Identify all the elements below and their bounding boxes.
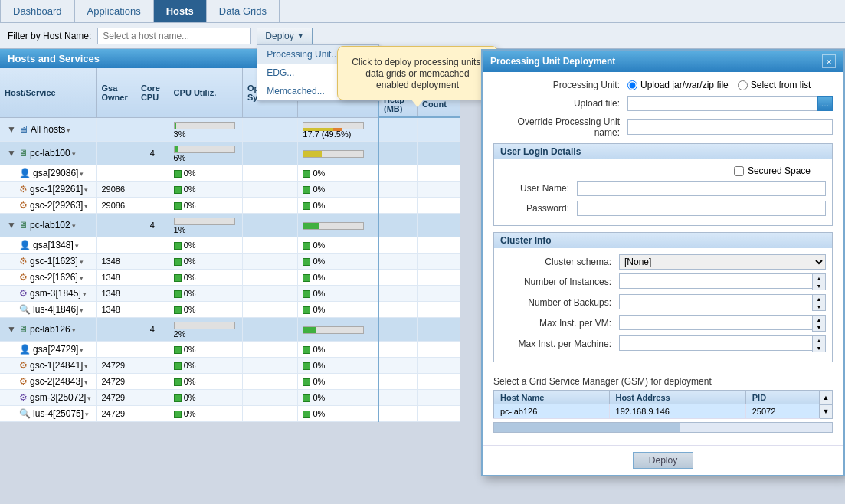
deploy-button-wrapper: Deploy ▼ Processing Unit... EDG... Memca…	[257, 28, 312, 44]
secured-space-row: Secured Space	[500, 165, 826, 176]
password-row: Password:	[500, 201, 826, 216]
hosts-panel: Hosts and Services Host/Service Gsa Owne…	[0, 49, 460, 504]
num-backups-up[interactable]: ▲	[813, 295, 825, 303]
col-host-service: Host/Service	[0, 68, 97, 117]
table-row[interactable]: 🔍lus-4[25075]▾ 24729 0% 0%	[0, 405, 460, 421]
nav-dashboard[interactable]: Dashboard	[0, 0, 75, 22]
nav-datagrids[interactable]: Data Grids	[207, 0, 280, 22]
max-inst-machine-up[interactable]: ▲	[813, 336, 825, 344]
table-row[interactable]: ⚙gsc-1[29261]▾ 29086 0% 0%	[0, 181, 460, 197]
gsm-table-row[interactable]: pc-lab126 192.168.9.146 25072	[494, 404, 820, 419]
dialog-title-text: Processing Unit Deployment	[490, 56, 615, 67]
col-core-cpu: Core CPU	[136, 68, 169, 117]
table-row[interactable]: 👤gsa[1348]▾ 0% 0%	[0, 237, 460, 253]
cluster-schema-row: Cluster schema: [None]	[500, 254, 826, 270]
deploy-button[interactable]: Deploy ▼	[257, 28, 312, 44]
table-row[interactable]: ▼🖥pc-lab100▾ 4 6%	[0, 141, 460, 165]
table-row[interactable]: ⚙gsm-3[25072]▾ 24729 0% 0%	[0, 389, 460, 405]
cluster-info-title: Cluster Info	[494, 233, 832, 248]
deploy-tooltip: Click to deploy processing units, data g…	[337, 46, 498, 100]
dialog-footer: Deploy	[483, 445, 843, 475]
gsm-table: Host Name Host Address PID pc-lab126 192…	[493, 390, 820, 419]
radio-select-text: Select from list	[751, 80, 811, 90]
host-filter-input[interactable]	[97, 28, 251, 44]
upload-file-label: Upload file:	[493, 98, 627, 109]
username-label: User Name:	[500, 183, 577, 194]
pu-dialog: Processing Unit Deployment × Processing …	[481, 49, 845, 476]
top-nav: Dashboard Applications Hosts Data Grids	[0, 0, 845, 23]
max-inst-machine-row: Max Inst. per Machine: ▲ ▼	[500, 335, 826, 352]
password-input[interactable]	[577, 201, 826, 216]
override-pu-row: Override Processing Unit name:	[493, 116, 833, 138]
password-label: Password:	[500, 203, 577, 214]
table-row[interactable]: 🔍lus-4[1846]▾ 1348 0% 0%	[0, 301, 460, 317]
table-row[interactable]: ⚙gsc-2[29263]▾ 29086 0% 0%	[0, 197, 460, 213]
override-pu-label: Override Processing Unit name:	[493, 116, 627, 138]
pu-radio-group: Upload jar/war/zip file Select from list	[627, 80, 833, 90]
secured-space-checkbox[interactable]	[734, 166, 744, 176]
upload-file-browse-btn[interactable]: …	[817, 96, 833, 111]
num-instances-row: Number of Instances: ▲ ▼	[500, 273, 826, 290]
table-row[interactable]: ▼🖥pc-lab126▾ 4 2%	[0, 317, 460, 341]
num-instances-input[interactable]	[619, 273, 812, 289]
cluster-info-section: Cluster Info Cluster schema: [None] Numb	[493, 232, 833, 362]
upload-file-input[interactable]	[627, 96, 817, 111]
radio-select-label[interactable]: Select from list	[738, 80, 811, 90]
pu-label: Processing Unit:	[493, 80, 627, 90]
cluster-schema-label: Cluster schema:	[500, 257, 619, 267]
dialog-title-bar: Processing Unit Deployment ×	[483, 51, 843, 72]
gsm-col-pid: PID	[745, 391, 819, 405]
cluster-schema-select[interactable]: [None]	[619, 254, 826, 270]
max-inst-machine-label: Max Inst. per Machine:	[500, 339, 619, 349]
filter-bar: Filter by Host Name: Deploy ▼ Processing…	[0, 23, 845, 49]
nav-applications[interactable]: Applications	[75, 0, 154, 22]
table-row[interactable]: ⚙gsc-1[24841]▾ 24729 0% 0%	[0, 357, 460, 373]
dialog-body: Processing Unit: Upload jar/war/zip file…	[483, 72, 843, 376]
pu-row: Processing Unit: Upload jar/war/zip file…	[493, 80, 833, 90]
gsm-col-hostname: Host Name	[494, 391, 610, 405]
col-cpu-util: CPU Utiliz.	[169, 68, 242, 117]
deploy-button-label: Deploy	[265, 31, 293, 41]
gsm-scroll-up[interactable]: ▲	[820, 391, 832, 405]
max-inst-vm-label: Max Inst. per VM:	[500, 318, 619, 329]
deploy-dropdown-arrow: ▼	[297, 32, 304, 40]
radio-select[interactable]	[738, 80, 748, 90]
dialog-deploy-button[interactable]: Deploy	[633, 452, 693, 469]
nav-hosts[interactable]: Hosts	[154, 0, 207, 22]
num-backups-row: Number of Backups: ▲ ▼	[500, 294, 826, 311]
num-instances-label: Number of Instances:	[500, 277, 619, 287]
gsm-scrollbar-thumb	[494, 423, 680, 432]
gsm-hostaddr: 192.168.9.146	[609, 404, 745, 419]
username-input[interactable]	[577, 181, 826, 196]
max-inst-vm-up[interactable]: ▲	[813, 316, 825, 323]
num-instances-up[interactable]: ▲	[813, 274, 825, 282]
max-inst-vm-down[interactable]: ▼	[813, 323, 825, 331]
radio-upload[interactable]	[627, 80, 637, 90]
num-backups-down[interactable]: ▼	[813, 303, 825, 310]
table-row[interactable]: ▼🖥pc-lab102▾ 4 1%	[0, 213, 460, 237]
table-row[interactable]: ⚙gsc-2[1626]▾ 1348 0% 0%	[0, 269, 460, 285]
table-row[interactable]: ▼🖥All hosts▾ 3% 17.7 (49.5%)	[0, 117, 460, 141]
radio-upload-label[interactable]: Upload jar/war/zip file	[627, 80, 729, 90]
table-row[interactable]: ⚙gsc-2[24843]▾ 24729 0% 0%	[0, 373, 460, 389]
num-backups-input[interactable]	[619, 294, 812, 309]
table-row[interactable]: ⚙gsm-3[1845]▾ 1348 0% 0%	[0, 285, 460, 301]
tooltip-text: Click to deploy processing units, data g…	[352, 57, 483, 90]
gsm-col-hostaddr: Host Address	[609, 391, 745, 405]
filter-label: Filter by Host Name:	[8, 31, 91, 41]
gsm-scrollbar[interactable]	[493, 422, 833, 433]
max-inst-machine-input[interactable]	[619, 335, 812, 351]
num-instances-down[interactable]: ▼	[813, 282, 825, 290]
dialog-close-button[interactable]: ×	[822, 54, 836, 68]
radio-upload-text: Upload jar/war/zip file	[640, 80, 729, 90]
max-inst-machine-down[interactable]: ▼	[813, 344, 825, 352]
gsm-scroll-down[interactable]: ▼	[820, 405, 832, 419]
override-pu-input[interactable]	[627, 119, 833, 135]
table-row[interactable]: 👤gsa[29086]▾ 0% 0%	[0, 165, 460, 181]
max-inst-vm-input[interactable]	[619, 315, 812, 330]
user-login-title: User Login Details	[494, 144, 832, 159]
table-row[interactable]: ⚙gsc-1[1623]▾ 1348 0% 0%	[0, 253, 460, 269]
num-backups-label: Number of Backups:	[500, 297, 619, 308]
table-row[interactable]: 👤gsa[24729]▾ 0% 0%	[0, 341, 460, 357]
user-login-section: User Login Details Secured Space User Na…	[493, 143, 833, 226]
